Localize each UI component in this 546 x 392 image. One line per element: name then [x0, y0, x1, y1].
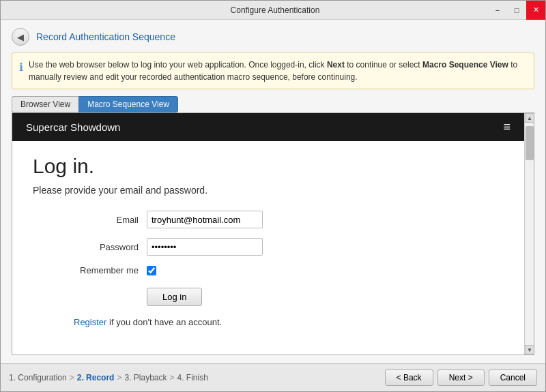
- password-label: Password: [74, 242, 139, 252]
- cancel-button[interactable]: Cancel: [489, 370, 537, 386]
- email-input[interactable]: [147, 211, 263, 228]
- register-text: if you don't have an account.: [106, 317, 222, 327]
- content-area: ◀ Record Authentication Sequence ℹ Use t…: [1, 20, 545, 363]
- steps-indicator: 1. Configuration > 2. Record > 3. Playba…: [9, 373, 208, 382]
- bottom-bar: 1. Configuration > 2. Record > 3. Playba…: [1, 363, 545, 391]
- browser-scrollbar[interactable]: ▲ ▼: [524, 113, 534, 355]
- main-window: Configure Authentication − □ ✕ ◀ Record …: [0, 0, 546, 392]
- scroll-thumb[interactable]: [526, 126, 534, 160]
- email-label: Email: [74, 215, 139, 225]
- register-link[interactable]: Register: [74, 317, 106, 327]
- login-button[interactable]: Log in: [147, 288, 202, 306]
- scroll-down-button[interactable]: ▼: [525, 345, 534, 355]
- site-brand: Supercar Showdown: [26, 121, 120, 133]
- tab-browser-view[interactable]: Browser View: [12, 96, 78, 112]
- minimize-button[interactable]: −: [488, 1, 507, 20]
- title-bar: Configure Authentication − □ ✕: [1, 1, 545, 20]
- remember-me-label: Remember me: [74, 265, 139, 275]
- window-title: Configure Authentication: [62, 5, 488, 15]
- password-input[interactable]: [147, 238, 263, 256]
- back-navigation-button[interactable]: ◀: [12, 28, 29, 46]
- back-button[interactable]: < Back: [385, 370, 433, 386]
- login-subheading: Please provide your email and password.: [33, 185, 504, 196]
- maximize-button[interactable]: □: [507, 1, 526, 20]
- step-3: 3. Playback: [124, 373, 167, 382]
- close-button[interactable]: ✕: [526, 1, 545, 20]
- section-title: Record Authentication Sequence: [36, 31, 175, 42]
- info-box: ℹ Use the web browser below to log into …: [12, 52, 534, 89]
- info-icon: ℹ: [19, 59, 23, 76]
- browser-frame: Supercar Showdown ≡ Log in. Please provi…: [12, 112, 534, 355]
- password-row: Password: [33, 238, 504, 256]
- step-2: 2. Record: [77, 373, 115, 382]
- nav-buttons: < Back Next > Cancel: [385, 370, 537, 386]
- step-1: 1. Configuration: [9, 373, 67, 382]
- login-button-row: Log in: [33, 288, 504, 306]
- content-header: ◀ Record Authentication Sequence: [12, 28, 534, 46]
- next-button[interactable]: Next >: [437, 370, 485, 386]
- hamburger-icon[interactable]: ≡: [503, 120, 511, 134]
- tab-macro-sequence-view[interactable]: Macro Sequence View: [78, 96, 178, 112]
- step-4: 4. Finish: [177, 373, 208, 382]
- web-content: Supercar Showdown ≡ Log in. Please provi…: [12, 113, 534, 355]
- site-navbar: Supercar Showdown ≡: [12, 113, 524, 141]
- tab-bar: Browser View Macro Sequence View: [12, 96, 534, 112]
- remember-me-row: Remember me: [33, 265, 504, 275]
- scroll-up-button[interactable]: ▲: [525, 113, 534, 123]
- window-controls: − □ ✕: [488, 1, 545, 20]
- login-heading: Log in.: [33, 155, 504, 178]
- email-row: Email: [33, 211, 504, 228]
- register-row: Register if you don't have an account.: [33, 317, 504, 327]
- login-form-area: Log in. Please provide your email and pa…: [12, 141, 524, 341]
- remember-me-checkbox[interactable]: [147, 266, 156, 275]
- info-text: Use the web browser below to log into yo…: [29, 59, 527, 83]
